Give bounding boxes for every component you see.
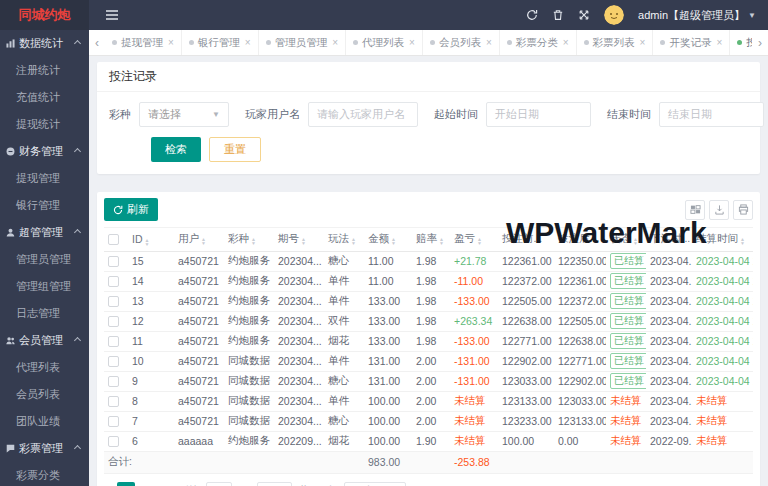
- column-header: 期号▲▼: [274, 228, 324, 251]
- player-username-input[interactable]: 请输入玩家用户名: [308, 102, 418, 127]
- tab-item[interactable]: 银行管理×: [182, 30, 259, 55]
- after-cell: 122372.00: [554, 291, 606, 311]
- tab-item[interactable]: 提现管理×: [105, 30, 182, 55]
- row-checkbox[interactable]: [108, 436, 119, 447]
- close-tab-icon[interactable]: ×: [716, 37, 722, 48]
- sidebar-section-header[interactable]: 超管管理: [0, 219, 89, 246]
- play-cell: 单件: [324, 391, 364, 411]
- sidebar-section-header[interactable]: 数据统计: [0, 30, 89, 57]
- filter-form: 彩种请选择▼玩家用户名请输入玩家用户名起始时间开始日期结束时间结束日期: [97, 92, 760, 127]
- per-page-select[interactable]: 10 条/页▼: [344, 482, 406, 486]
- sort-icon[interactable]: ▲▼: [740, 237, 745, 245]
- tab-item[interactable]: 管理员管理×: [259, 30, 346, 55]
- row-checkbox[interactable]: [108, 356, 119, 367]
- table-refresh-button[interactable]: 刷新: [104, 198, 158, 221]
- sidebar-item[interactable]: 日志管理: [0, 300, 89, 327]
- odds-cell: 1.90: [412, 431, 450, 451]
- search-button[interactable]: 检索: [151, 137, 201, 162]
- sidebar-section-header[interactable]: 会员管理: [0, 327, 89, 354]
- sort-icon[interactable]: ▲▼: [201, 237, 206, 245]
- tab-item[interactable]: 会员列表×: [423, 30, 500, 55]
- row-checkbox[interactable]: [108, 296, 119, 307]
- sidebar-item[interactable]: 代理列表: [0, 354, 89, 381]
- sidebar-item[interactable]: 注册统计: [0, 57, 89, 84]
- row-checkbox[interactable]: [108, 396, 119, 407]
- sort-icon[interactable]: ▲▼: [391, 237, 396, 245]
- issue-cell: 202304...: [274, 391, 324, 411]
- confirm-page-button[interactable]: 确定: [257, 482, 292, 486]
- after-cell: 122350.00: [554, 251, 606, 271]
- profit-cell: 未结算: [450, 411, 498, 431]
- reset-button[interactable]: 重置: [209, 137, 261, 162]
- end-date-input[interactable]: 结束日期: [659, 102, 764, 127]
- row-checkbox[interactable]: [108, 316, 119, 327]
- row-checkbox[interactable]: [108, 376, 119, 387]
- sidebar-item[interactable]: 彩票分类: [0, 462, 89, 486]
- tab-item[interactable]: 代理列表×: [346, 30, 423, 55]
- row-checkbox[interactable]: [108, 416, 119, 427]
- sort-icon[interactable]: ▲▼: [633, 237, 638, 245]
- settle-time-cell: 2023-04-04 2: [692, 311, 753, 331]
- status-cell: 已结算: [606, 371, 646, 391]
- sidebar-item[interactable]: 银行管理: [0, 192, 89, 219]
- sidebar-section-label: 财务管理: [19, 144, 63, 159]
- close-tab-icon[interactable]: ×: [332, 37, 338, 48]
- tabs-scroll-left-icon[interactable]: ‹: [89, 36, 105, 50]
- fullscreen-icon[interactable]: [578, 9, 590, 21]
- sidebar-item[interactable]: 提现管理: [0, 165, 89, 192]
- close-tab-icon[interactable]: ×: [640, 37, 646, 48]
- column-header: 玩法▲▼: [324, 228, 364, 251]
- settle-time-cell: 2023-04-04 1: [692, 371, 753, 391]
- admin-dropdown[interactable]: admin【超级管理员】 ▼: [638, 8, 756, 23]
- refresh-icon[interactable]: [526, 9, 538, 21]
- profit-cell: -131.00: [450, 351, 498, 371]
- menu-toggle-icon[interactable]: [105, 9, 119, 21]
- tab-label: 会员列表: [439, 36, 481, 50]
- sidebar-section-header[interactable]: 彩票管理: [0, 435, 89, 462]
- sort-icon[interactable]: ▲▼: [301, 237, 306, 245]
- close-tab-icon[interactable]: ×: [168, 37, 174, 48]
- sort-icon[interactable]: ▲▼: [439, 237, 444, 245]
- trash-icon[interactable]: [552, 9, 564, 21]
- select-all-checkbox[interactable]: [108, 234, 119, 245]
- before-cell: 122638.00: [498, 311, 554, 331]
- user-cell: a450721: [174, 371, 224, 391]
- sidebar-item[interactable]: 充值统计: [0, 84, 89, 111]
- row-checkbox[interactable]: [108, 336, 119, 347]
- sidebar-item[interactable]: 管理员管理: [0, 246, 89, 273]
- lottery-cell: 同城数据: [224, 371, 274, 391]
- page-number[interactable]: 2: [142, 482, 160, 486]
- play-cell: 烟花: [324, 331, 364, 351]
- user-avatar[interactable]: [604, 5, 624, 25]
- sidebar-item[interactable]: 提现统计: [0, 111, 89, 138]
- tab-item[interactable]: 开奖记录×: [653, 30, 730, 55]
- sort-icon[interactable]: ▲▼: [351, 237, 356, 245]
- lottery-type-select[interactable]: 请选择▼: [139, 102, 229, 127]
- close-tab-icon[interactable]: ×: [486, 37, 492, 48]
- sidebar-item[interactable]: 会员列表: [0, 381, 89, 408]
- row-checkbox[interactable]: [108, 256, 119, 267]
- goto-page-input[interactable]: 1: [206, 482, 232, 486]
- close-tab-icon[interactable]: ×: [245, 37, 251, 48]
- export-button[interactable]: [709, 200, 729, 220]
- sort-icon[interactable]: ▲▼: [251, 237, 256, 245]
- sidebar-item[interactable]: 管理组管理: [0, 273, 89, 300]
- tab-item[interactable]: 彩票分类×: [500, 30, 577, 55]
- sidebar-section-header[interactable]: 财务管理: [0, 138, 89, 165]
- sidebar-item[interactable]: 团队业绩: [0, 408, 89, 435]
- status-cell: 已结算: [606, 331, 646, 351]
- columns-filter-button[interactable]: [685, 200, 705, 220]
- sort-icon[interactable]: ▲▼: [477, 237, 482, 245]
- tab-item[interactable]: 彩票列表×: [577, 30, 654, 55]
- start-date-input[interactable]: 开始日期: [486, 102, 591, 127]
- row-checkbox[interactable]: [108, 276, 119, 287]
- user-cell: a450721: [174, 251, 224, 271]
- tab-active[interactable]: 投注记录×: [730, 30, 752, 55]
- print-button[interactable]: [733, 200, 753, 220]
- close-tab-icon[interactable]: ×: [409, 37, 415, 48]
- page-number[interactable]: 1: [117, 482, 135, 486]
- close-tab-icon[interactable]: ×: [563, 37, 569, 48]
- sort-icon[interactable]: ▲▼: [145, 238, 150, 246]
- tabs-scroll-right-icon[interactable]: ›: [752, 36, 768, 50]
- profit-cell: -133.00: [450, 291, 498, 311]
